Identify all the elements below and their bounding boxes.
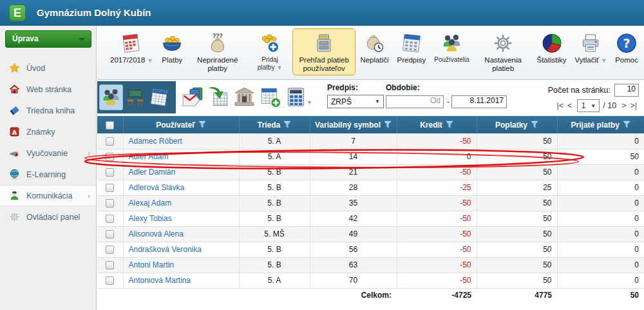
- user-name-link[interactable]: Alexaj Adam: [123, 195, 239, 211]
- toolbar-item-9[interactable]: Nastavenia platieb: [474, 28, 533, 75]
- column-header-3[interactable]: Variabilný symbol: [310, 116, 397, 133]
- funnel-icon[interactable]: [531, 121, 538, 129]
- table-row-circled: Adler Adam5. A1405050: [97, 149, 644, 164]
- row-checkbox[interactable]: [106, 153, 114, 161]
- column-header-5[interactable]: Poplatky: [477, 116, 557, 133]
- toolbar-item-12[interactable]: ?Pomoc: [611, 28, 642, 67]
- row-checkbox[interactable]: [106, 276, 114, 285]
- chevron-down-icon: ▼: [591, 103, 596, 109]
- printer-icon: [580, 32, 601, 55]
- edupage-logo-icon[interactable]: E: [9, 5, 26, 21]
- sidebar-item-label: Triedna kniha: [26, 106, 75, 115]
- teaching-icon: [9, 148, 20, 159]
- column-header-1[interactable]: Používateľ: [123, 116, 239, 133]
- sidebar-item-6[interactable]: E-Learning: [0, 164, 96, 185]
- toolbar-item-10[interactable]: Štatistiky: [533, 28, 571, 67]
- funnel-icon[interactable]: [446, 121, 453, 129]
- class-cell: 5. MŠ: [239, 226, 310, 242]
- grade-icon: A: [9, 126, 20, 137]
- sidebar-item-3[interactable]: Triedna kniha: [0, 100, 96, 121]
- user-name-link[interactable]: Adler Adam: [123, 149, 239, 164]
- row-checkbox[interactable]: [106, 168, 114, 177]
- user-name-link[interactable]: Alexy Tobias: [123, 211, 239, 226]
- toolbar-item-7[interactable]: Predpisy: [393, 28, 430, 67]
- kredit-cell: -50: [397, 195, 477, 211]
- user-name-link[interactable]: Alisonová Alena: [123, 226, 239, 242]
- user-name-link[interactable]: Adler Damián: [123, 164, 239, 180]
- funnel-icon[interactable]: [283, 121, 291, 129]
- toolbar-item-5[interactable]: Prehľad platieb používateľov: [292, 28, 356, 75]
- sidebar-item-7[interactable]: Komunikácia›: [0, 185, 96, 206]
- calendar-plus-action[interactable]: [259, 86, 281, 108]
- toolbar-item-label: Neplatiči: [360, 56, 388, 64]
- row-checkbox[interactable]: [106, 199, 114, 208]
- sidebar-item-1[interactable]: Úvod: [0, 57, 96, 79]
- column-header-4[interactable]: Kredit: [397, 116, 477, 133]
- view-tab-2[interactable]: [123, 84, 147, 110]
- row-checkbox[interactable]: [106, 246, 114, 254]
- row-checkbox[interactable]: [106, 261, 114, 269]
- negative-value: -50: [460, 214, 471, 223]
- sidebar-item-8[interactable]: Ovládací panel: [0, 206, 96, 228]
- row-checkbox-cell: [97, 149, 123, 164]
- toolbar-item-1[interactable]: 2017/2018▼: [106, 28, 156, 67]
- prev-page-button[interactable]: <: [565, 101, 574, 110]
- negative-value: -50: [460, 245, 471, 254]
- page-select[interactable]: 1 ▼: [577, 99, 600, 112]
- column-header-2[interactable]: Trieda: [239, 116, 310, 133]
- poplatky-cell: 50: [477, 257, 557, 273]
- table-calc-action[interactable]: ▼: [285, 86, 307, 108]
- user-name-link[interactable]: Andrašková Veronika: [123, 242, 239, 257]
- toolbar-item-6[interactable]: Neplatiči: [356, 28, 392, 67]
- poplatky-cell: 50: [477, 149, 557, 164]
- coins-bowl-icon: [161, 32, 183, 55]
- toolbar-item-2[interactable]: Platby: [157, 28, 187, 67]
- row-checkbox[interactable]: [106, 137, 114, 146]
- variable-symbol-cell: 63: [310, 257, 397, 273]
- mail-books-action[interactable]: [182, 86, 204, 108]
- house-icon: [9, 84, 20, 95]
- toolbar-item-label: Používatelia: [434, 56, 469, 64]
- user-name-link[interactable]: Antoni Martin: [123, 257, 239, 273]
- toolbar-item-11[interactable]: Vytlačiť▼: [571, 28, 611, 67]
- toolbar-item-3[interactable]: ???Nepriradené platby: [187, 28, 247, 75]
- kredit-cell: -50: [397, 226, 477, 242]
- date-from-input[interactable]: Od: [386, 95, 444, 108]
- row-checkbox[interactable]: [106, 215, 114, 223]
- user-name-link[interactable]: Antoniová Martina: [123, 273, 239, 288]
- edit-dropdown-button[interactable]: Úprava: [5, 30, 91, 48]
- view-tab-3[interactable]: [147, 84, 171, 110]
- class-cell: 5. B: [239, 164, 310, 180]
- toolbar-item-4[interactable]: Pridaj platby▼: [248, 28, 292, 73]
- toolbar-item-8[interactable]: Používatelia: [430, 28, 473, 66]
- next-page-button[interactable]: >: [620, 101, 628, 110]
- row-checkbox[interactable]: [106, 230, 114, 238]
- first-page-button[interactable]: |<: [555, 101, 566, 110]
- kredit-cell: -25: [397, 180, 477, 195]
- funnel-icon[interactable]: [623, 121, 630, 129]
- predpis-select[interactable]: ZRPŠ ▼: [327, 95, 384, 108]
- sidebar-item-4[interactable]: AZnámky: [0, 121, 96, 142]
- funnel-icon[interactable]: [384, 121, 392, 129]
- table-calc-icon: [285, 86, 307, 108]
- last-page-button[interactable]: >|: [628, 101, 639, 110]
- sidebar-item-2[interactable]: Web stránka: [0, 79, 96, 100]
- row-checkbox[interactable]: [106, 184, 114, 192]
- sidebar-item-5[interactable]: Vyučovanie›: [0, 142, 96, 164]
- select-all-checkbox[interactable]: [106, 121, 114, 130]
- user-name-link[interactable]: Adamec Róbert: [123, 133, 239, 149]
- top-header-bar: E Gymnázium Dolný Kubín: [0, 0, 644, 26]
- view-tab-1[interactable]: [99, 84, 123, 110]
- toolbar-item-label: Nepriradené platby: [191, 56, 243, 73]
- funnel-icon[interactable]: [198, 121, 206, 129]
- date-to-input[interactable]: 8.11.2017: [451, 95, 507, 108]
- column-header-6[interactable]: Prijaté platby: [557, 116, 644, 133]
- payments-table: PoužívateľTriedaVariabilný symbolKreditP…: [97, 116, 644, 302]
- class-cell: 5. A: [239, 149, 310, 164]
- table-arrow-action[interactable]: [207, 86, 230, 108]
- bank-action[interactable]: [233, 86, 256, 108]
- per-page-input[interactable]: 10: [614, 84, 639, 97]
- table-row: Alexy Tobias5. B42-50500: [97, 211, 644, 226]
- user-name-link[interactable]: Adlerová Slávka: [123, 180, 239, 195]
- totals-empty-cell: [97, 288, 123, 302]
